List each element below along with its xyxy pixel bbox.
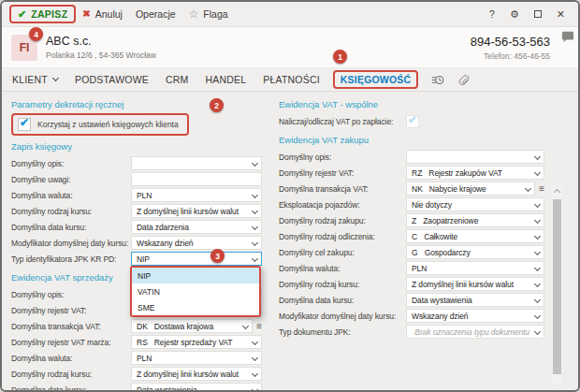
paperclip-icon[interactable] (457, 73, 471, 87)
combobox[interactable]: Wskazany dzień (131, 236, 262, 250)
combobox-value: Gospodarczy (425, 248, 531, 257)
combobox[interactable]: Data wystawienia (406, 293, 544, 307)
x-icon: ✖ (82, 9, 90, 19)
close-button[interactable]: ✕ (557, 9, 565, 20)
chevron-down-icon (534, 201, 541, 208)
chevron-down-icon (252, 255, 258, 262)
combobox[interactable]: ZZaopatrzeniowe (406, 213, 544, 227)
field: ✔ (406, 115, 544, 128)
vertical-scrollbar[interactable] (552, 185, 562, 385)
field: RSRejestr sprzedaży VAT (131, 335, 262, 349)
combobox[interactable]: PLN (406, 261, 544, 275)
combobox[interactable]: Z domyślnej linii kursów walut (131, 204, 262, 218)
history-icon[interactable] (430, 73, 444, 87)
tab-crm[interactable]: CRM (157, 70, 197, 89)
combobox[interactable]: NKNabycie krajowe (406, 181, 535, 196)
combobox[interactable] (131, 156, 262, 170)
dropdown-list: NIPVATINSME (130, 266, 261, 317)
combobox[interactable]: Brak oznaczenia typu dokumentu (406, 325, 544, 339)
combobox[interactable]: Z domyślnej linii kursów walut (406, 277, 544, 291)
field-label: Typ dokumentu JPK: (279, 327, 406, 337)
help-button[interactable]: ? (489, 9, 495, 20)
combobox[interactable]: CCałkowite (406, 229, 544, 243)
field-label: Domyślny rodzaj kursu: (11, 207, 131, 216)
tab-list: KLIENTPODSTAWOWECRMHANDELPŁATNOŚCIKSIĘGO… (4, 70, 423, 89)
field-label: Modyfikator domyślnej daty kursu: (11, 239, 131, 248)
combobox[interactable]: PLN (131, 188, 262, 202)
combobox[interactable]: DKDostawa krajowa (131, 319, 253, 333)
chevron-down-icon (525, 185, 531, 192)
combobox-value: PLN (137, 354, 249, 363)
form-row: Domyślna data kursu:Data wystawienia (279, 292, 544, 308)
value-code: DK (137, 322, 148, 331)
field: Wskazany dzień (131, 236, 262, 250)
row-menu-icon[interactable]: ≡ (256, 322, 262, 331)
chevron-down-icon (534, 153, 541, 160)
field-label: Domyślny rodzaj odliczenia: (279, 232, 406, 241)
flag-button-label: Flaga (203, 8, 227, 20)
tab-bar: KLIENTPODSTAWOWECRMHANDELPŁATNOŚCIKSIĘGO… (2, 68, 578, 92)
form-row: Domyślna waluta:PLN (11, 187, 262, 203)
chevron-down-icon (252, 208, 258, 214)
field-label: Domyślny rejestr VAT: (279, 168, 406, 178)
section-title: Ewidencja VAT zakupu (279, 135, 544, 145)
value-code: RS (137, 338, 148, 347)
field-label: Domyślny opis: (11, 290, 131, 299)
combobox[interactable]: Wskazany dzień (406, 309, 544, 323)
field-label: Modyfikator domyślnej daty kursu: (279, 312, 406, 321)
form-row: Modyfikator domyślnej daty kursu:Wskazan… (11, 235, 262, 251)
dropdown-option[interactable]: VATIN (132, 283, 259, 299)
form-row: Domyślny rodzaj kursu:Z domyślnej linii … (11, 366, 262, 382)
tab-płatności[interactable]: PŁATNOŚCI (254, 70, 328, 89)
form-row: Domyślne uwagi: (11, 171, 262, 187)
check-icon: ✔ (408, 113, 417, 126)
tab-księgowość[interactable]: KSIĘGOWOŚĆ (333, 70, 419, 89)
combobox[interactable]: Z domyślnej linii kursów walut (131, 367, 262, 381)
form-row: Eksploatacja pojazdów:Nie dotyczy (279, 196, 544, 212)
combobox[interactable]: Nie dotyczy (406, 197, 544, 211)
form-row: Typ dokumentu JPK:Brak oznaczenia typu d… (279, 324, 544, 340)
combobox[interactable]: GGospodarczy (406, 245, 544, 259)
combobox-value: Dostawa krajowa (154, 322, 239, 331)
chevron-down-icon (252, 386, 258, 392)
settings-gear-icon[interactable]: ⚙ (510, 9, 519, 20)
combobox[interactable]: Data wystawienia (131, 383, 262, 392)
combobox[interactable]: NIP3NIPVATINSME (131, 252, 262, 266)
field-label: Domyślna waluta: (279, 264, 406, 273)
field: NIP3NIPVATINSME (131, 252, 262, 266)
section-title: Ewidencja VAT - wspólne (279, 99, 544, 109)
combobox[interactable]: PLN (131, 351, 262, 365)
field-label: Domyślny opis: (11, 159, 131, 168)
checkbox[interactable]: ✔ (18, 118, 31, 131)
scrollbar-thumb[interactable] (553, 199, 561, 374)
flag-button[interactable]: ☆ Flaga (182, 7, 235, 22)
cancel-button[interactable]: ✖ Anuluj (76, 7, 129, 22)
chevron-down-icon (534, 233, 541, 240)
text-input[interactable] (131, 172, 262, 186)
tab-handel[interactable]: HANDEL (196, 70, 254, 89)
dropdown-option[interactable]: SME (132, 299, 259, 315)
tab-label: KLIENT (12, 74, 48, 85)
comment-bubble-icon[interactable] (561, 31, 574, 43)
toolbar: ✔ ZAPISZ ✖ Anuluj Operacje ☆ Flaga ? ⚙ ✕ (2, 2, 578, 27)
save-button[interactable]: ✔ ZAPISZ (9, 5, 76, 23)
form-row: Domyślny rodzaj odliczenia:CCałkowite (279, 228, 544, 244)
value-code: RZ (412, 168, 422, 178)
field: PLN (406, 261, 544, 275)
checkbox: ✔ (406, 115, 419, 128)
dropdown-option[interactable]: NIP (132, 268, 259, 283)
combobox-value: NIP (137, 254, 249, 264)
checkbox-row[interactable]: ✔Korzystaj z ustawień księgowych klienta (11, 113, 189, 136)
combobox-value: Z domyślnej linii kursów walut (137, 207, 249, 216)
combobox[interactable]: Data zdarzenia (131, 220, 262, 234)
combobox[interactable]: RSRejestr sprzedaży VAT (131, 335, 262, 349)
field: ZZaopatrzeniowe (406, 213, 544, 227)
row-menu-icon[interactable]: ≡ (539, 184, 544, 194)
scroll-up-icon[interactable] (554, 189, 560, 196)
operations-button[interactable]: Operacje (129, 7, 182, 22)
combobox[interactable]: RZRejestr zakupów VAT (406, 166, 544, 180)
tab-klient[interactable]: KLIENT (4, 70, 66, 89)
maximize-button[interactable] (534, 10, 542, 18)
combobox[interactable] (406, 150, 544, 164)
tab-podstawowe[interactable]: PODSTAWOWE (66, 70, 157, 89)
